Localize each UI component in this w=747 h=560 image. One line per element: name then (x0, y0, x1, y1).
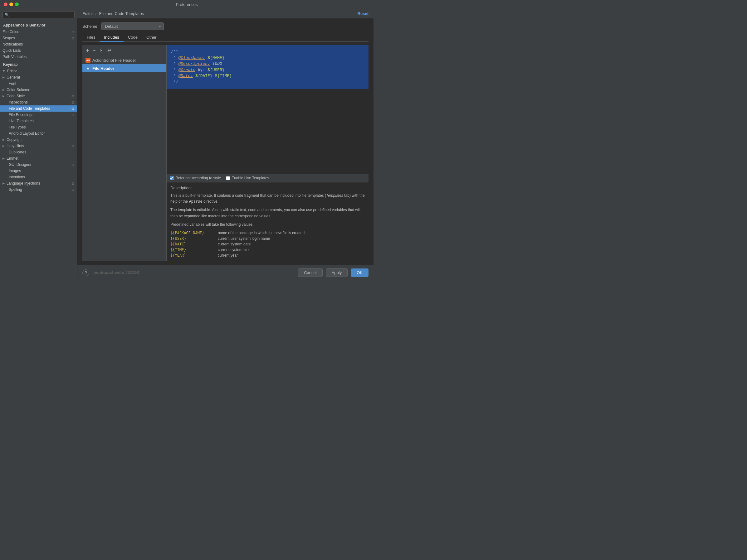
live-templates-checkbox-label[interactable]: Enable Live Templates (226, 176, 269, 180)
sidebar-item-label: Code Style (6, 94, 25, 98)
sidebar-item-quick-lists[interactable]: Quick Lists (0, 47, 77, 54)
search-icon: 🔍 (5, 13, 9, 17)
sidebar-item-duplicates[interactable]: Duplicates (0, 149, 77, 155)
scheme-select[interactable]: Default (101, 23, 164, 30)
help-button[interactable]: ? (82, 269, 89, 276)
copy-template-button[interactable]: ⊡ (98, 47, 105, 54)
sidebar-item-inspections[interactable]: Inspections ⊡ (0, 99, 77, 105)
sidebar-item-android-layout-editor[interactable]: Android Layout Editor (0, 130, 77, 137)
sidebar-section-keymap: Keymap (0, 60, 77, 68)
list-item-file-header[interactable]: ▣ File Header (82, 64, 166, 72)
file-list-toolbar: + − ⊡ ↩ (82, 45, 166, 56)
sidebar-item-label: Editor (7, 69, 17, 73)
sidebar-section-appearance: Appearance & Behavior (0, 21, 77, 29)
scheme-row: Scheme: Default ▼ (82, 23, 368, 30)
var-row-year: ${YEAR} current year (170, 252, 365, 258)
var-row-date: ${DATE} current system date (170, 241, 365, 247)
sidebar-item-label: Live Templates (9, 119, 34, 123)
sidebar-item-gui-designer[interactable]: GUI Designer ⊡ (0, 161, 77, 168)
window-title: Preferences (176, 2, 198, 7)
sidebar-item-file-code-templates[interactable]: File and Code Templates ⊡ (0, 105, 77, 112)
tab-files[interactable]: Files (82, 33, 100, 42)
copy-icon: ⊡ (72, 182, 74, 185)
sidebar-item-label: Intentions (9, 175, 25, 179)
sidebar-item-copyright[interactable]: ▶ Copyright (0, 137, 77, 143)
sidebar-item-code-style[interactable]: ▶ Code Style ⊡ (0, 93, 77, 99)
sidebar-item-font[interactable]: Font (0, 80, 77, 87)
reset-template-button[interactable]: ↩ (106, 47, 113, 54)
sidebar-item-label: File Colors (2, 30, 20, 34)
reset-button[interactable]: Reset (358, 11, 368, 16)
sidebar-item-label: Copyright (6, 137, 23, 142)
maximize-button[interactable] (15, 2, 19, 6)
reformat-checkbox[interactable] (170, 176, 174, 180)
arrow-icon: ▶ (2, 138, 5, 141)
template-icon: ▣ (85, 66, 91, 71)
sidebar-item-emmet[interactable]: ▶ Emmet (0, 155, 77, 161)
sidebar-item-file-types[interactable]: File Types (0, 124, 77, 130)
sidebar-item-file-colors[interactable]: File Colors ⊡ (0, 29, 77, 35)
expand-arrow-icon: ▼ (2, 70, 5, 73)
add-button[interactable]: + (85, 47, 90, 54)
var-desc: name of the package in which the new fil… (218, 231, 305, 235)
arrow-icon: ▶ (2, 88, 5, 91)
traffic-lights (4, 2, 19, 6)
titlebar: Preferences (0, 0, 374, 9)
variables-table: ${PACKAGE_NAME} name of the package in w… (170, 230, 365, 258)
live-templates-checkbox[interactable] (226, 176, 230, 180)
sidebar-item-intentions[interactable]: Intentions (0, 174, 77, 180)
sidebar-item-file-encodings[interactable]: File Encodings ⊡ (0, 112, 77, 118)
sidebar-item-label: Android Layout Editor (9, 131, 45, 136)
search-box[interactable]: 🔍 (2, 11, 75, 18)
sidebar-item-language-injections[interactable]: ▶ Language Injections ⊡ (0, 180, 77, 186)
sidebar-item-general[interactable]: ▶ General (0, 74, 77, 80)
code-editor-rest[interactable] (166, 89, 368, 174)
tab-other[interactable]: Other (142, 33, 161, 42)
list-item-actionscript[interactable]: AS ActionScript File Header (82, 56, 166, 64)
var-row-package: ${PACKAGE_NAME} name of the package in w… (170, 230, 365, 236)
minimize-button[interactable] (9, 2, 13, 6)
sidebar-item-label: Language Injections (6, 181, 40, 186)
options-row: Reformat according to style Enable Live … (166, 174, 368, 182)
sidebar-item-live-templates[interactable]: Live Templates (0, 118, 77, 124)
breadcrumb-current: File and Code Templates (99, 11, 144, 16)
reformat-label: Reformat according to style (175, 176, 221, 180)
actionscript-icon: AS (85, 58, 91, 63)
split-panel: + − ⊡ ↩ AS ActionScript File Header ▣ Fi… (82, 45, 368, 261)
close-button[interactable] (4, 2, 7, 6)
sidebar-item-label: File Encodings (9, 112, 33, 117)
var-desc: current user system login name (218, 236, 270, 241)
sidebar-item-inlay-hints[interactable]: ▶ Inlay Hints ⊡ (0, 143, 77, 149)
var-name: ${DATE} (170, 242, 214, 246)
copy-icon: ⊡ (72, 36, 74, 40)
content-body: Scheme: Default ▼ Files Includes Code Ot… (77, 19, 374, 265)
remove-button[interactable]: − (92, 47, 97, 54)
var-row-time: ${TIME} current system time (170, 247, 365, 252)
sidebar-item-label: Scopes (2, 36, 15, 40)
sidebar-item-path-variables[interactable]: Path Variables (0, 54, 77, 60)
sidebar-item-label: Font (9, 81, 16, 86)
sidebar-item-images[interactable]: Images (0, 168, 77, 174)
sidebar-item-notifications[interactable]: Notifications (0, 41, 77, 47)
code-editor[interactable]: /** * @ClassName: ${NAME} * @Description… (166, 45, 368, 89)
ok-button[interactable]: OK (351, 268, 368, 277)
sidebar-item-editor[interactable]: ▼ Editor (0, 68, 77, 74)
tab-code[interactable]: Code (124, 33, 142, 42)
footer-url: https://blog.csdn.net/qq_29232943 (92, 271, 139, 274)
sidebar-item-label: Inspections (9, 100, 28, 104)
tab-includes[interactable]: Includes (100, 33, 123, 42)
reformat-checkbox-label[interactable]: Reformat according to style (170, 176, 221, 180)
cancel-button[interactable]: Cancel (298, 268, 322, 277)
file-list: AS ActionScript File Header ▣ File Heade… (82, 56, 166, 261)
sidebar-item-color-scheme[interactable]: ▶ Color Scheme (0, 87, 77, 93)
apply-button[interactable]: Apply (326, 268, 348, 277)
sidebar-item-label: File and Code Templates (9, 106, 50, 111)
breadcrumb-parent: Editor (82, 11, 93, 16)
search-input[interactable] (10, 12, 72, 17)
sidebar-item-label: Emmet (6, 156, 19, 161)
sidebar-item-scopes[interactable]: Scopes ⊡ (0, 35, 77, 41)
copy-icon: ⊡ (72, 101, 74, 104)
sidebar-item-spelling[interactable]: Spelling ⊡ (0, 186, 77, 193)
arrow-icon: ▶ (2, 95, 5, 98)
content-header: Editor › File and Code Templates Reset (77, 9, 374, 19)
